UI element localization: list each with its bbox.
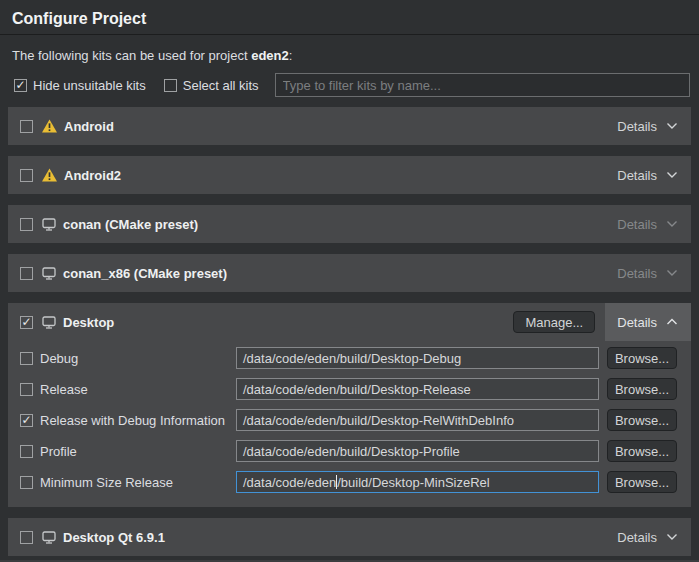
details-label: Details — [617, 530, 657, 545]
filter-kits-input[interactable] — [275, 73, 690, 97]
details-label: Details — [617, 266, 657, 281]
chevron-down-icon — [666, 122, 678, 130]
kit-name: Desktop — [63, 315, 114, 330]
build-dir-input[interactable]: /data/code/eden/build/Desktop-Release — [236, 378, 599, 400]
desktop-icon — [42, 218, 56, 231]
title-separator — [0, 34, 699, 35]
config-label: Minimum Size Release — [40, 475, 236, 490]
hide-unsuitable-kits-checkbox[interactable]: Hide unsuitable kits — [14, 78, 146, 93]
config-label: Release with Debug Information — [40, 413, 236, 428]
warning-icon — [42, 119, 57, 133]
page-title: Configure Project — [0, 0, 699, 34]
details-toggle[interactable]: Details — [605, 303, 691, 341]
kit-header: conan_x86 (CMake preset) Details — [8, 254, 691, 292]
kit-header: Android Details — [8, 107, 691, 145]
subtitle-text: The following kits can be used for proje… — [12, 48, 251, 63]
kit-checkbox[interactable] — [20, 218, 33, 231]
kit-name: Android2 — [64, 168, 121, 183]
config-row-release: Release /data/code/eden/build/Desktop-Re… — [20, 378, 677, 400]
warning-icon — [42, 168, 57, 182]
details-label: Details — [617, 119, 657, 134]
build-dir-path: /data/code/eden — [243, 475, 336, 490]
details-toggle[interactable]: Details — [605, 254, 691, 292]
project-name: eden2 — [251, 48, 289, 63]
details-toggle[interactable]: Details — [605, 518, 691, 556]
build-dir-input[interactable]: /data/code/eden/build/Desktop-RelWithDeb… — [236, 409, 599, 431]
details-toggle[interactable]: Details — [605, 156, 691, 194]
select-all-kits-label: Select all kits — [183, 78, 259, 93]
browse-button[interactable]: Browse... — [607, 409, 677, 431]
desktop-icon — [42, 316, 56, 329]
details-toggle[interactable]: Details — [605, 205, 691, 243]
kit-panel-conan-x86: conan_x86 (CMake preset) Details — [8, 254, 691, 292]
build-dir-input-focused[interactable]: /data/code/eden/build/Desktop-MinSizeRel — [236, 471, 599, 493]
config-checkbox[interactable] — [20, 414, 33, 427]
build-dir-path: /data/code/eden/build/Desktop-Debug — [243, 351, 461, 366]
kit-header: Desktop Manage... Details — [8, 303, 691, 341]
kit-header: Desktop Qt 6.9.1 Details — [8, 518, 691, 556]
kit-checkbox[interactable] — [20, 531, 33, 544]
chevron-down-icon — [666, 269, 678, 277]
desktop-icon — [42, 267, 56, 280]
build-dir-input[interactable]: /data/code/eden/build/Desktop-Debug — [236, 347, 599, 369]
config-label: Release — [40, 382, 236, 397]
chevron-down-icon — [666, 533, 678, 541]
config-checkbox[interactable] — [20, 352, 33, 365]
kit-checkbox[interactable] — [20, 169, 33, 182]
filter-row: Hide unsuitable kits Select all kits — [14, 73, 690, 97]
config-checkbox[interactable] — [20, 476, 33, 489]
details-label: Details — [617, 315, 657, 330]
kit-name: conan_x86 (CMake preset) — [63, 266, 227, 281]
chevron-down-icon — [666, 220, 678, 228]
chevron-down-icon — [666, 171, 678, 179]
kit-list: Android Details Android2 Details — [8, 107, 691, 556]
build-dir-path: /data/code/eden/build/Desktop-RelWithDeb… — [243, 413, 514, 428]
details-label: Details — [617, 168, 657, 183]
config-row-profile: Profile /data/code/eden/build/Desktop-Pr… — [20, 440, 677, 462]
details-label: Details — [617, 217, 657, 232]
config-row-debug: Debug /data/code/eden/build/Desktop-Debu… — [20, 347, 677, 369]
manage-button[interactable]: Manage... — [513, 311, 595, 333]
kit-name: Android — [64, 119, 114, 134]
config-checkbox[interactable] — [20, 383, 33, 396]
config-label: Profile — [40, 444, 236, 459]
kit-checkbox[interactable] — [20, 267, 33, 280]
checkbox-icon[interactable] — [14, 79, 27, 92]
config-checkbox[interactable] — [20, 445, 33, 458]
kits-subtitle: The following kits can be used for proje… — [12, 48, 687, 64]
browse-button[interactable]: Browse... — [607, 440, 677, 462]
checkbox-icon[interactable] — [164, 79, 177, 92]
desktop-icon — [42, 531, 56, 544]
kit-panel-desktop-qt-691: Desktop Qt 6.9.1 Details — [8, 518, 691, 556]
hide-unsuitable-kits-label: Hide unsuitable kits — [33, 78, 146, 93]
config-label: Debug — [40, 351, 236, 366]
subtitle-colon: : — [289, 48, 293, 63]
chevron-up-icon — [666, 318, 678, 326]
kit-panel-desktop: Desktop Manage... Details Debug /data/co… — [8, 303, 691, 507]
build-dir-path: /build/Desktop-MinSizeRel — [337, 475, 489, 490]
build-dir-path: /data/code/eden/build/Desktop-Release — [243, 382, 471, 397]
kit-checkbox[interactable] — [20, 120, 33, 133]
config-row-relwithdebinfo: Release with Debug Information /data/cod… — [20, 409, 677, 431]
kit-name: Desktop Qt 6.9.1 — [63, 530, 165, 545]
kit-panel-android2: Android2 Details — [8, 156, 691, 194]
desktop-build-configs: Debug /data/code/eden/build/Desktop-Debu… — [8, 341, 691, 507]
details-toggle[interactable]: Details — [605, 107, 691, 145]
kit-panel-conan: conan (CMake preset) Details — [8, 205, 691, 243]
kit-checkbox[interactable] — [20, 316, 33, 329]
config-row-minsizerel: Minimum Size Release /data/code/eden/bui… — [20, 471, 677, 493]
kit-header: conan (CMake preset) Details — [8, 205, 691, 243]
build-dir-input[interactable]: /data/code/eden/build/Desktop-Profile — [236, 440, 599, 462]
build-dir-path: /data/code/eden/build/Desktop-Profile — [243, 444, 460, 459]
kit-name: conan (CMake preset) — [63, 217, 198, 232]
browse-button[interactable]: Browse... — [607, 347, 677, 369]
browse-button[interactable]: Browse... — [607, 378, 677, 400]
kit-header: Android2 Details — [8, 156, 691, 194]
select-all-kits-checkbox[interactable]: Select all kits — [164, 78, 259, 93]
kit-panel-android: Android Details — [8, 107, 691, 145]
browse-button[interactable]: Browse... — [607, 471, 677, 493]
